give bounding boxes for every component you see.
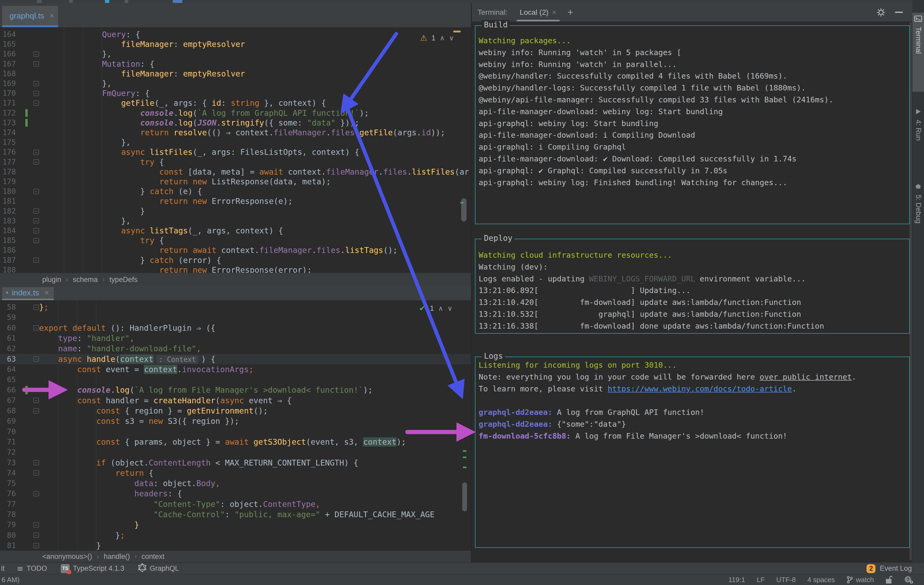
breadcrumb-item[interactable]: context [142, 552, 164, 561]
fold-marker-icon[interactable] [33, 208, 39, 214]
gear-icon[interactable] [876, 7, 886, 17]
fold-marker-icon[interactable] [33, 159, 39, 165]
status-item-todo[interactable]: ≡TODO [17, 564, 47, 573]
line-number: 74 [0, 468, 16, 478]
editor2-scrollbar-thumb[interactable] [462, 483, 467, 511]
fold-marker-icon[interactable] [33, 61, 39, 66]
line-number: 77 [0, 499, 16, 509]
fold-marker-icon[interactable] [33, 408, 39, 414]
code-text: console.log(JSON.stringify({ some: "data… [45, 118, 360, 128]
terminal-line: fm-download-5cfc8b8: A log from File Man… [475, 430, 909, 442]
terminal-tab-local[interactable]: Local (2) × [520, 3, 556, 21]
code-text: }, [45, 216, 130, 226]
editor-index-ts[interactable]: 58};5960export default (): HandlerPlugin… [0, 300, 471, 551]
tab-label: index.ts [12, 288, 39, 297]
fold-marker-icon[interactable] [33, 543, 39, 548]
tab-graphql-ts[interactable]: TS graphql.ts × [2, 6, 58, 26]
file-encoding[interactable]: UTF-8 [776, 576, 796, 584]
line-number: 76 [0, 488, 16, 499]
editor-graphql-ts[interactable]: 164 Query: {165 fileManager: emptyResolv… [0, 28, 471, 273]
fold-marker-icon[interactable] [33, 189, 39, 194]
fold-marker-icon[interactable] [33, 101, 39, 106]
fold-marker-icon[interactable] [33, 532, 39, 538]
line-ending[interactable]: LF [757, 576, 765, 584]
new-terminal-session-button[interactable]: + [568, 7, 573, 18]
code-text: const handler = createHandler(async even… [39, 395, 292, 405]
terminal-tab-underline [516, 20, 559, 21]
prev-marker-icon[interactable]: ∧ [438, 304, 443, 312]
fold-marker-icon[interactable] [33, 257, 39, 263]
code-text: } [39, 519, 139, 530]
code-line-62: 62 name: "handler-download-file", [0, 343, 471, 354]
terminal-line: Watching (dev): [475, 261, 909, 273]
unlock-icon[interactable] [886, 575, 892, 584]
code-text: }; [39, 302, 49, 312]
tab-index-ts[interactable]: TS index.ts × [2, 287, 54, 298]
fold-marker-icon[interactable] [33, 218, 39, 223]
tab-close-icon[interactable]: × [50, 12, 54, 20]
active-tab-underline [2, 25, 58, 27]
code-text: return new ErrorResponse(e); [45, 196, 293, 206]
fold-marker-icon[interactable] [33, 398, 39, 403]
fold-marker-icon[interactable] [33, 150, 39, 155]
status-item-typescript-4-1-3[interactable]: TSTypeScript 4.1.3 [61, 564, 124, 573]
fold-marker-icon[interactable] [33, 305, 39, 310]
fold-marker-icon[interactable] [33, 522, 39, 527]
fold-marker-icon[interactable] [33, 238, 39, 243]
fold-marker-icon[interactable] [33, 51, 39, 57]
warning-count: 1 [431, 34, 436, 42]
line-number: 66 [0, 385, 16, 395]
code-line-175: 175 }, [0, 137, 471, 147]
fold-marker-icon[interactable] [33, 470, 39, 476]
minimize-icon[interactable] [895, 12, 903, 13]
breadcrumb-item[interactable]: plugin [42, 275, 61, 284]
terminal-header: Terminal: Local (2) × + [472, 3, 912, 21]
help-gear-icon[interactable]: ? [904, 575, 913, 584]
fold-marker-icon[interactable] [33, 91, 39, 96]
next-marker-icon[interactable]: ∨ [447, 304, 452, 312]
caret-position[interactable]: 119:1 [728, 576, 745, 584]
webiny-docs-link[interactable]: https://www.webiny.com/docs/todo-article [608, 384, 792, 393]
terminal-line: Note: everything you log in your code wi… [475, 371, 909, 383]
terminal-line: api-graphql: webiny log: Finished bundli… [475, 177, 909, 189]
stripe-item-5-debug[interactable]: 5: Debug [912, 180, 924, 262]
event-log-widget[interactable]: 2Event Log [866, 564, 912, 573]
fold-marker-icon[interactable] [33, 356, 39, 362]
indent-setting[interactable]: 4 spaces [807, 576, 835, 584]
terminal-tab-close-icon[interactable]: × [552, 8, 556, 16]
breadcrumb-item[interactable]: handle() [104, 552, 130, 561]
line-number: 169 [0, 79, 16, 88]
stripe-item-4-run[interactable]: 4: Run [912, 105, 924, 171]
breadcrumb-item[interactable]: <anonymous>() [42, 552, 92, 561]
code-text: return await context.fileManager.files.l… [45, 245, 398, 255]
fold-marker-icon[interactable] [33, 228, 39, 233]
breadcrumb-item[interactable]: typeDefs [109, 275, 138, 284]
code-line-76: 76 headers: { [0, 488, 471, 499]
terminal-tab-label: Local (2) [520, 8, 549, 16]
line-number: 175 [0, 137, 16, 147]
editor-terminal-splitter[interactable] [471, 3, 472, 562]
line-number: 73 [0, 458, 16, 468]
terminal-scrollbar[interactable] [909, 22, 912, 560]
fold-marker-icon[interactable] [33, 460, 39, 465]
fold-marker-icon[interactable] [33, 325, 39, 331]
inspection-widget: ✔ 1 ∧ ∨ [419, 303, 452, 313]
fold-marker-icon[interactable] [33, 81, 39, 86]
event-log-label: Event Log [879, 564, 912, 573]
tab-close-icon[interactable]: × [45, 288, 49, 297]
breadcrumb-item[interactable]: schema [73, 275, 98, 284]
stripe-item-terminal[interactable]: Terminal [912, 13, 924, 92]
fold-marker-icon[interactable] [33, 491, 39, 496]
toolwindow-stripe: Terminal4: Run5: Debug [912, 0, 924, 585]
status-item-label: TypeScript 4.1.3 [73, 564, 124, 573]
prev-warning-icon[interactable]: ∧ [440, 34, 445, 42]
git-branch-widget[interactable]: watch [846, 576, 874, 584]
status-item-graphql[interactable]: GraphQL [138, 563, 179, 574]
code-line-177: 177 try { [0, 157, 471, 167]
code-text: const s3 = new S3({ region }); [39, 416, 239, 426]
code-line-178: 178 const [data, meta] = await context.f… [0, 167, 471, 177]
next-warning-icon[interactable]: ∨ [449, 34, 454, 42]
breadcrumb-separator: › [97, 553, 99, 560]
editor1-tabbar: TS graphql.ts × [0, 3, 471, 28]
code-text: getFile(_, args: { id: string }, context… [45, 98, 326, 108]
